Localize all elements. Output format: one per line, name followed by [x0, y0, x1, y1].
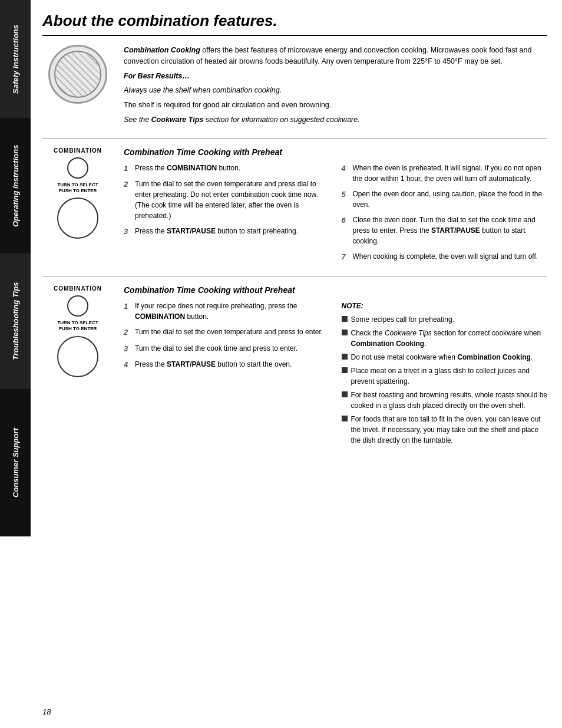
- notes-col: NOTE: Some recipes call for preheating. …: [342, 301, 548, 449]
- preheat-left-col: 1 Press the COMBINATION button. 2 Turn t…: [124, 163, 330, 268]
- no-preheat-steps: Combination Time Cooking without Preheat…: [124, 285, 547, 449]
- combo-small-circle-preheat: [67, 157, 88, 179]
- sidebar: Safety Instructions Operating Instructio…: [0, 0, 31, 728]
- note-bullet-2: [342, 330, 348, 335]
- step-5: 5 Open the oven door and, using caution,…: [342, 189, 548, 210]
- page-title: About the combination features.: [42, 12, 547, 36]
- best-results-label: For Best Results…: [124, 71, 547, 82]
- appliance-image: [42, 45, 113, 129]
- best-results-line3: See the Cookware Tips section for inform…: [124, 114, 547, 126]
- preheat-right-col: 4 When the oven is preheated, it will si…: [342, 163, 548, 268]
- note-text-2: Check the Cookware Tips section for corr…: [351, 328, 548, 349]
- note-3: Do not use metal cookware when Combinati…: [342, 352, 548, 363]
- np-step-2: 2 Turn the dial to set the oven temperat…: [124, 327, 330, 338]
- step-2: 2 Turn the dial to set the oven temperat…: [124, 179, 330, 221]
- note-6: For foods that are too tall to fit in th…: [342, 414, 548, 446]
- note-2: Check the Cookware Tips section for corr…: [342, 328, 548, 349]
- no-preheat-left-col: 1 If your recipe does not require prehea…: [124, 301, 330, 449]
- note-text-5: For best roasting and browning results, …: [351, 390, 548, 411]
- intro-paragraph: Combination Cooking offers the best feat…: [124, 45, 547, 67]
- shelf-graphic: [54, 51, 101, 98]
- np-step-4: 4 Press the START/PAUSE button to start …: [124, 359, 330, 371]
- no-preheat-steps-grid: 1 If your recipe does not require prehea…: [124, 301, 547, 449]
- sidebar-consumer: Consumer Support: [0, 389, 31, 536]
- combo-small-circle-no-preheat: [67, 295, 88, 317]
- np-step-3: 3 Turn the dial to set the cook time and…: [124, 343, 330, 355]
- note-label: NOTE:: [342, 301, 548, 311]
- step-1: 1 Press the COMBINATION button.: [124, 163, 330, 174]
- note-text-6: For foods that are too tall to fit in th…: [351, 414, 548, 446]
- no-preheat-title: Combination Time Cooking without Preheat: [124, 285, 547, 295]
- best-results-line2: The shelf is required for good air circu…: [124, 100, 547, 111]
- sidebar-operating: Operating Instructions: [0, 118, 31, 253]
- no-preheat-section: COMBINATION TURN TO SELECTPUSH TO ENTER …: [42, 285, 547, 457]
- step-3: 3 Press the START/PAUSE button to start …: [124, 226, 330, 238]
- note-text-4: Place meat on a trivet in a glass dish t…: [351, 365, 548, 387]
- note-bullet-1: [342, 316, 348, 322]
- shelf-image: [48, 45, 107, 104]
- intro-text: Combination Cooking offers the best feat…: [124, 45, 547, 129]
- combo-diagram-no-preheat: COMBINATION TURN TO SELECTPUSH TO ENTER: [42, 285, 113, 449]
- np-step-1: 1 If your recipe does not require prehea…: [124, 301, 330, 322]
- preheat-steps-grid: 1 Press the COMBINATION button. 2 Turn t…: [124, 163, 547, 268]
- preheat-steps: Combination Time Cooking with Preheat 1 …: [124, 147, 547, 268]
- sidebar-safety: Safety Instructions: [0, 0, 31, 118]
- note-bullet-3: [342, 354, 348, 360]
- note-4: Place meat on a trivet in a glass dish t…: [342, 365, 548, 387]
- combo-sublabel-preheat: TURN TO SELECTPUSH TO ENTER: [57, 182, 98, 195]
- combo-big-circle-no-preheat: [57, 336, 98, 377]
- preheat-title: Combination Time Cooking with Preheat: [124, 147, 547, 157]
- note-bullet-4: [342, 367, 348, 373]
- note-1: Some recipes call for preheating.: [342, 314, 548, 325]
- note-bullet-6: [342, 416, 348, 421]
- main-content: About the combination features. Combinat…: [31, 0, 562, 728]
- combo-label-preheat: COMBINATION: [54, 147, 102, 154]
- note-text-3: Do not use metal cookware when Combinati…: [351, 352, 533, 363]
- combo-big-circle-preheat: [57, 197, 98, 239]
- combo-diagram-preheat: COMBINATION TURN TO SELECTPUSH TO ENTER: [42, 147, 113, 268]
- page-number: 18: [42, 707, 547, 716]
- combo-sublabel-no-preheat: TURN TO SELECTPUSH TO ENTER: [57, 320, 98, 332]
- preheat-section: COMBINATION TURN TO SELECTPUSH TO ENTER …: [42, 147, 547, 277]
- note-text-1: Some recipes call for preheating.: [351, 314, 454, 325]
- sidebar-troubleshooting: Troubleshooting Tips: [0, 253, 31, 389]
- step-4: 4 When the oven is preheated, it will si…: [342, 163, 548, 184]
- step-6: 6 Close the oven door. Turn the dial to …: [342, 215, 548, 246]
- note-bullet-5: [342, 391, 348, 397]
- combination-cooking-label: Combination Cooking: [124, 46, 200, 54]
- intro-section: Combination Cooking offers the best feat…: [42, 45, 547, 139]
- step-7: 7 When cooking is complete, the oven wil…: [342, 251, 548, 263]
- best-results-line1: Always use the shelf when combination co…: [124, 85, 547, 96]
- combo-label-no-preheat: COMBINATION: [54, 285, 102, 292]
- note-5: For best roasting and browning results, …: [342, 390, 548, 411]
